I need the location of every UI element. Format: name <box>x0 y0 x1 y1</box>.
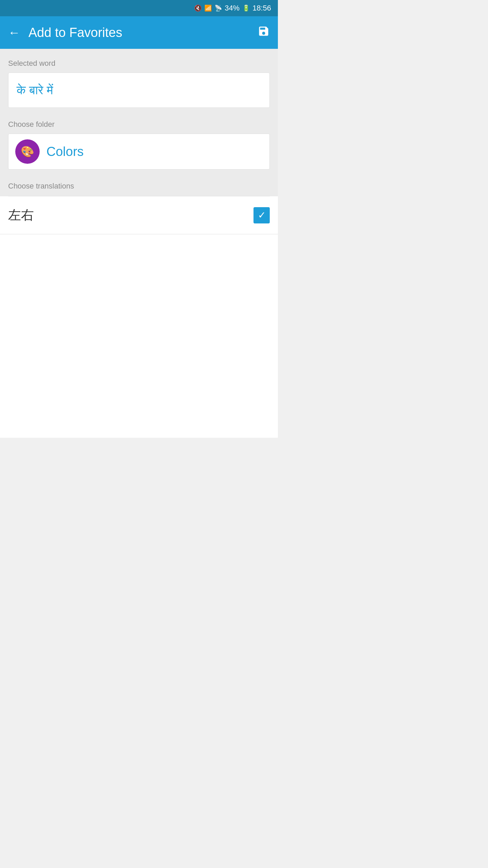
mute-icon: 🔇 <box>194 4 202 12</box>
folder-icon-circle: 🎨 <box>15 139 40 164</box>
battery-text: 34% <box>225 4 240 13</box>
selected-word-field: के बारे में <box>8 73 270 108</box>
translation-list: 左右 ✓ <box>0 196 278 234</box>
folder-selector[interactable]: 🎨 Colors <box>8 134 270 170</box>
checkmark-icon: ✓ <box>258 210 266 221</box>
status-icons: 🔇 📶 📡 34% 🔋 18:56 <box>194 4 271 13</box>
empty-area <box>0 234 278 438</box>
choose-translations-label: Choose translations <box>8 182 270 196</box>
time-text: 18:56 <box>252 4 271 13</box>
palette-icon: 🎨 <box>21 145 34 158</box>
status-bar: 🔇 📶 📡 34% 🔋 18:56 <box>0 0 278 16</box>
back-button[interactable]: ← <box>8 25 20 40</box>
selected-word-label: Selected word <box>8 59 270 68</box>
content-area: Selected word के बारे में Choose folder … <box>0 49 278 196</box>
signal-icon: 📡 <box>215 4 222 12</box>
folder-name-text: Colors <box>46 144 84 159</box>
wifi-icon: 📶 <box>204 4 212 12</box>
translation-item: 左右 ✓ <box>0 196 278 234</box>
selected-word-value: के बारे में <box>17 83 53 97</box>
battery-icon: 🔋 <box>242 4 250 12</box>
choose-folder-label: Choose folder <box>8 120 270 129</box>
page-title: Add to Favorites <box>28 25 122 40</box>
app-bar: ← Add to Favorites <box>0 16 278 49</box>
save-button[interactable] <box>258 25 270 40</box>
translation-checkbox[interactable]: ✓ <box>253 207 270 223</box>
translation-text: 左右 <box>8 206 34 224</box>
app-bar-left: ← Add to Favorites <box>8 25 122 40</box>
